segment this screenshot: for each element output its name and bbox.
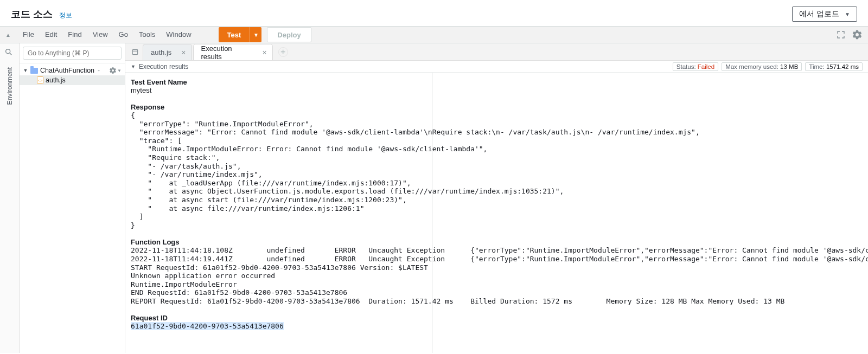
test-event-name-label: Test Event Name [131, 78, 863, 86]
test-event-name-value: mytest [131, 86, 863, 94]
svg-point-0 [5, 49, 10, 54]
caret-down-icon: ▼ [23, 68, 28, 73]
time-pill: Time: 1571.42 ms [805, 62, 863, 71]
caret-down-icon: ▼ [117, 68, 122, 73]
header-left: 코드 소스 정보 [11, 8, 72, 21]
results-body: Test Event Name mytest Response { "error… [125, 73, 868, 353]
environment-label[interactable]: Environment [6, 67, 14, 105]
menu-edit[interactable]: Edit [40, 26, 62, 43]
svg-rect-3 [132, 49, 137, 54]
fullscreen-icon[interactable] [835, 29, 846, 40]
close-icon[interactable]: × [181, 48, 186, 57]
tree-gear-button[interactable]: ▼ [109, 67, 122, 74]
results-inner[interactable]: Test Event Name mytest Response { "error… [125, 73, 868, 342]
menu-window[interactable]: Window [161, 26, 196, 43]
request-id-label: Request ID [131, 314, 863, 322]
tab-execution-results[interactable]: Execution results × [193, 44, 273, 60]
test-button[interactable]: Test [219, 27, 250, 42]
results-title: Execution results [139, 63, 188, 70]
upload-from-label: 에서 업로드 [799, 9, 839, 19]
caret-down-icon: ▼ [845, 11, 850, 17]
request-id-text: 61a01f52-9bd0-4200-9703-53a5413e7806 [131, 322, 284, 330]
caret-down-icon: ▼ [253, 32, 259, 38]
collapse-icon[interactable]: ▲ [5, 32, 14, 38]
memory-pill: Max memory used: 13 MB [722, 62, 802, 71]
tab-label: Execution results [201, 44, 253, 61]
page-title: 코드 소스 [11, 8, 53, 21]
main-column: auth.js × Execution results × + ▼ Execut… [125, 43, 868, 353]
menu-view[interactable]: View [87, 26, 113, 43]
tree-file-row[interactable]: <> auth.js [20, 75, 125, 85]
environment-rail: Environment [0, 43, 20, 353]
page-header: 코드 소스 정보 에서 업로드 ▼ [0, 0, 868, 26]
file-tree-sidebar: ▼ ChatAuthFunction - ▼ <> auth.js [20, 43, 125, 353]
tree-root-menu-dash: - [98, 67, 100, 74]
function-logs-label: Function Logs [131, 238, 863, 246]
time-label: Time: [809, 63, 824, 70]
tab-history-icon[interactable] [127, 43, 143, 60]
results-header: ▼ Execution results Status: Failed Max m… [125, 61, 868, 73]
upload-from-button[interactable]: 에서 업로드 ▼ [792, 7, 857, 22]
status-pill: Status: Failed [673, 62, 718, 71]
close-icon[interactable]: × [263, 48, 267, 57]
test-dropdown-button[interactable]: ▼ [250, 27, 261, 42]
goto-anything-input[interactable] [23, 47, 122, 60]
caret-down-icon: ▼ [131, 64, 136, 69]
file-tree: ▼ ChatAuthFunction - ▼ <> auth.js [20, 63, 125, 87]
folder-icon [30, 68, 38, 74]
search-icon[interactable] [4, 48, 15, 59]
test-button-group: Test ▼ [219, 27, 262, 42]
tree-root-row[interactable]: ▼ ChatAuthFunction - ▼ [20, 66, 125, 75]
status-label: Status: [676, 63, 696, 70]
response-body: { "errorType": "Runtime.ImportModuleErro… [131, 111, 863, 229]
editor-body: Environment ▼ ChatAuthFunction - ▼ <> a [0, 43, 868, 353]
time-value: 1571.42 ms [826, 63, 859, 70]
memory-label: Max memory used: [725, 63, 778, 70]
menu-tools[interactable]: Tools [133, 26, 161, 43]
tab-label: auth.js [151, 48, 171, 56]
menu-bar: ▲ File Edit Find View Go Tools Window Te… [0, 26, 868, 43]
gear-icon[interactable] [852, 29, 863, 40]
request-id-value: 61a01f52-9bd0-4200-9703-53a5413e7806 [131, 322, 863, 331]
results-header-left[interactable]: ▼ Execution results [131, 63, 188, 70]
tree-root-label: ChatAuthFunction [40, 67, 94, 74]
sidebar-search-row [20, 43, 125, 63]
svg-text:<>: <> [38, 79, 42, 82]
results-header-right: Status: Failed Max memory used: 13 MB Ti… [673, 62, 863, 71]
tab-strip: auth.js × Execution results × + [125, 43, 868, 61]
info-link[interactable]: 정보 [59, 11, 72, 20]
tab-auth-js[interactable]: auth.js × [143, 44, 192, 60]
menu-find[interactable]: Find [62, 26, 87, 43]
js-file-icon: <> [37, 76, 43, 84]
menubar-right-icons [835, 29, 863, 40]
menu-file[interactable]: File [17, 26, 40, 43]
function-logs-body: 2022-11-18T11:44:18.108Z undefined ERROR… [131, 246, 863, 305]
status-value: Failed [698, 63, 714, 70]
deploy-button[interactable]: Deploy [267, 27, 311, 42]
tree-file-label: auth.js [46, 76, 66, 84]
vertical-split-line[interactable] [432, 73, 432, 353]
memory-value: 13 MB [780, 63, 798, 70]
response-label: Response [131, 103, 863, 111]
menu-go[interactable]: Go [113, 26, 133, 43]
add-tab-button[interactable]: + [278, 47, 288, 57]
